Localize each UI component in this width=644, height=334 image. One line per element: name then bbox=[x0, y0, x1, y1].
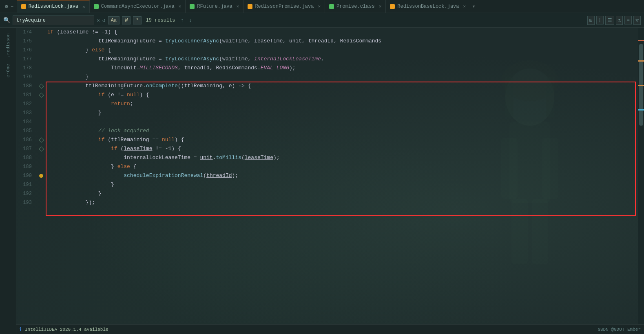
code-line-179: 179 } bbox=[16, 73, 644, 82]
line-gutter[interactable] bbox=[37, 126, 46, 135]
scrollbar-mark bbox=[638, 40, 644, 41]
line-number: 177 bbox=[16, 55, 37, 64]
line-number: 186 bbox=[16, 135, 37, 144]
search-input[interactable] bbox=[13, 15, 94, 25]
line-gutter[interactable] bbox=[37, 180, 46, 189]
breakpoint-icon[interactable] bbox=[39, 137, 44, 143]
line-gutter[interactable] bbox=[37, 73, 46, 82]
breakpoint-icon[interactable] bbox=[39, 146, 44, 152]
code-line-178: 178 TimeUnit.MILLISECONDS, threadId, Red… bbox=[16, 64, 644, 73]
line-content: // lock acquired bbox=[46, 126, 644, 135]
line-gutter[interactable] bbox=[37, 117, 46, 126]
scrollbar-mark bbox=[638, 109, 644, 111]
line-gutter[interactable] bbox=[37, 135, 46, 144]
breakpoint-icon[interactable] bbox=[39, 84, 44, 89]
line-content: ttlRemainingFuture.onComplete((ttlRemain… bbox=[46, 82, 644, 91]
sidebar-item-erone[interactable]: erOne bbox=[4, 62, 12, 80]
code-line-182: 182 return; bbox=[16, 100, 644, 108]
tab-close-icon[interactable]: ✕ bbox=[237, 4, 239, 9]
tab-label: RFuture.java bbox=[197, 4, 232, 9]
code-line-177: 177 ttlRemainingFuture = tryLockInnerAsy… bbox=[16, 55, 644, 64]
line-content: ttlRemainingFuture = tryLockInnerAsync(w… bbox=[46, 37, 644, 46]
scrollbar[interactable] bbox=[638, 28, 644, 334]
status-text: IntelliJIDEA 2020.1.4 available bbox=[25, 327, 108, 332]
search-prev-button[interactable]: ↑ bbox=[179, 17, 185, 24]
match-case-button[interactable]: Aa bbox=[108, 16, 120, 24]
info-icon: ℹ bbox=[20, 326, 22, 333]
search-icon: 🔍 bbox=[3, 17, 10, 24]
line-gutter[interactable] bbox=[37, 82, 46, 91]
search-next-button[interactable]: ↓ bbox=[188, 17, 193, 24]
settings-area[interactable]: ⚙ – bbox=[2, 3, 17, 10]
line-number: 184 bbox=[16, 117, 37, 126]
line-content: } bbox=[46, 73, 644, 82]
tab-close-icon[interactable]: ✕ bbox=[318, 4, 321, 9]
tab-redissonbaselock[interactable]: RedissonBaseLock.java ✕ bbox=[386, 0, 470, 13]
line-content bbox=[46, 117, 644, 126]
gear-icon: ⚙ bbox=[5, 3, 8, 10]
tab-overflow-button[interactable]: ▾ bbox=[472, 3, 475, 10]
line-content: if (ttlRemaining == null) { bbox=[46, 135, 644, 144]
line-number: 192 bbox=[16, 189, 37, 198]
tab-rfuture[interactable]: RFuture.java ✕ bbox=[186, 0, 243, 13]
line-number: 182 bbox=[16, 100, 37, 108]
line-gutter[interactable] bbox=[37, 189, 46, 198]
line-number: 193 bbox=[16, 198, 37, 207]
line-content: }); bbox=[46, 198, 644, 207]
search-refresh-button[interactable]: ↺ bbox=[102, 17, 106, 24]
java-icon bbox=[329, 4, 334, 9]
toggle-words-btn[interactable]: ☰ bbox=[605, 16, 614, 25]
code-line-192: 192 } bbox=[16, 189, 644, 198]
breakpoint-icon[interactable] bbox=[39, 93, 44, 98]
whole-word-button[interactable]: W bbox=[122, 16, 131, 24]
code-line-176: 176 } else { bbox=[16, 46, 644, 55]
line-gutter[interactable] bbox=[37, 28, 46, 37]
java-icon bbox=[21, 4, 26, 9]
main-layout: .redisson erOne 174 bbox=[0, 28, 644, 334]
minimize-icon: – bbox=[11, 3, 14, 9]
search-clear-button[interactable]: ✕ bbox=[97, 17, 100, 24]
line-number: 191 bbox=[16, 180, 37, 189]
sidebar-item-redisson[interactable]: .redisson bbox=[4, 31, 12, 60]
filter-icon[interactable]: ⚗ bbox=[616, 16, 623, 25]
code-line-193: 193 }); bbox=[16, 198, 644, 207]
tab-redissonpromise[interactable]: RedissonPromise.java ✕ bbox=[243, 0, 325, 13]
tab-redissonlock[interactable]: RedissonLock.java ✕ bbox=[17, 0, 90, 13]
line-content: TimeUnit.MILLISECONDS, threadId, RedisCo… bbox=[46, 64, 644, 73]
code-line-175: 175 ttlRemainingFuture = tryLockInnerAsy… bbox=[16, 37, 644, 46]
line-gutter[interactable] bbox=[37, 108, 46, 117]
line-gutter[interactable] bbox=[37, 144, 46, 153]
line-content: internalLockLeaseTime = unit.toMillis(le… bbox=[46, 153, 644, 162]
warning-icon[interactable] bbox=[39, 174, 43, 178]
line-gutter[interactable] bbox=[37, 171, 46, 180]
code-line-181: 181 if (e != null) { bbox=[16, 91, 644, 100]
regex-button[interactable]: * bbox=[133, 16, 142, 24]
line-gutter[interactable] bbox=[37, 153, 46, 162]
line-gutter[interactable] bbox=[37, 162, 46, 171]
code-area[interactable]: 174 if (leaseTime != -1) { 175 ttlRemain… bbox=[16, 28, 644, 334]
tab-promiseclass[interactable]: Promise.class ✕ bbox=[325, 0, 386, 13]
java-icon bbox=[94, 4, 99, 9]
line-number: 190 bbox=[16, 171, 37, 180]
line-number: 179 bbox=[16, 73, 37, 82]
line-gutter[interactable] bbox=[37, 100, 46, 108]
tab-close-icon[interactable]: ✕ bbox=[179, 4, 181, 9]
status-right-text: GSDN @GDUT_Ember bbox=[598, 327, 641, 332]
code-scroll[interactable]: 174 if (leaseTime != -1) { 175 ttlRemain… bbox=[16, 28, 644, 334]
tab-close-icon[interactable]: ✕ bbox=[379, 4, 382, 9]
toggle-regex-btn[interactable]: ‡ bbox=[596, 16, 604, 24]
tab-close-icon[interactable]: ✕ bbox=[463, 4, 466, 9]
line-gutter[interactable] bbox=[37, 91, 46, 100]
tab-commandasync[interactable]: CommandAsyncExecutor.java ✕ bbox=[90, 0, 186, 13]
line-gutter[interactable] bbox=[37, 55, 46, 64]
funnel-icon[interactable]: ▽ bbox=[633, 16, 641, 25]
tab-close-icon[interactable]: ✕ bbox=[82, 4, 85, 9]
line-gutter[interactable] bbox=[37, 37, 46, 46]
line-gutter[interactable] bbox=[37, 198, 46, 207]
line-gutter[interactable] bbox=[37, 64, 46, 73]
line-number: 174 bbox=[16, 28, 37, 37]
line-number: 189 bbox=[16, 162, 37, 171]
more-options-btn[interactable]: ≡ bbox=[624, 16, 632, 24]
line-gutter[interactable] bbox=[37, 46, 46, 55]
toggle-case-button[interactable]: ⊞ bbox=[587, 16, 595, 25]
